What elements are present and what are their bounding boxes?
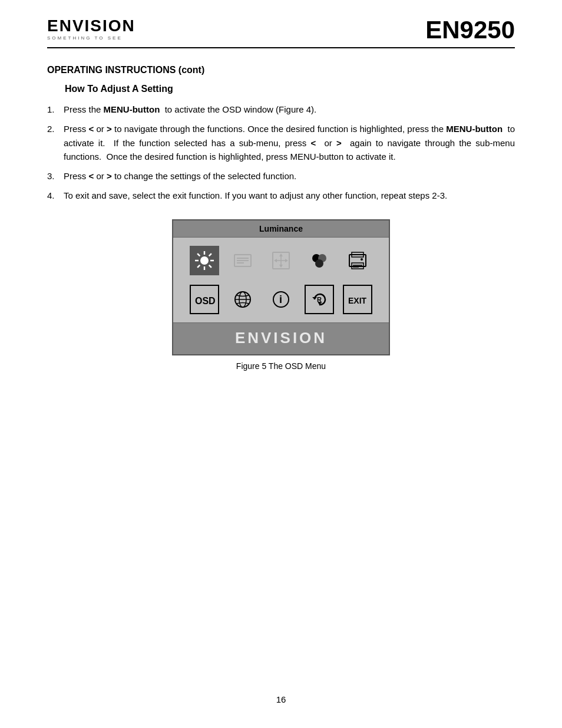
osd-icon-info: i (266, 285, 296, 314)
osd-icons-row1 (173, 238, 389, 281)
svg-line-8 (197, 265, 200, 267)
osd-brand-bar: ENVISION (173, 322, 389, 354)
list-num-2: 2. (47, 122, 64, 136)
svg-marker-35 (312, 297, 317, 299)
instructions-list: 1. Press the MENU-button to activate the… (47, 103, 515, 203)
list-item-2: 2. Press < or > to navigate through the … (47, 122, 515, 163)
list-content-3: Press < or > to change the settings of t… (64, 169, 515, 183)
figure-caption: Figure 5 The OSD Menu (236, 361, 326, 371)
osd-icons-row2: OSD i (173, 281, 389, 322)
list-item-4: 4. To exit and save, select the exit fun… (47, 189, 515, 202)
list-num-4: 4. (47, 189, 64, 202)
svg-line-7 (209, 253, 211, 256)
list-content-1: Press the MENU-button to activate the OS… (64, 103, 515, 116)
osd-icon-reset: R (305, 285, 334, 314)
osd-brand-text: ENVISION (235, 329, 327, 347)
list-num-3: 3. (47, 169, 64, 183)
svg-text:EXIT: EXIT (348, 296, 367, 305)
osd-title-bar: Luminance (173, 220, 389, 238)
osd-icon-color (305, 246, 334, 275)
page: ENVISION SOMETHING TO SEE EN9250 OPERATI… (0, 0, 562, 728)
osd-icon-list (228, 246, 257, 275)
svg-point-0 (200, 256, 209, 265)
page-number: 16 (276, 694, 286, 704)
osd-menu-box: Luminance (172, 219, 390, 355)
list-content-4: To exit and save, select the exit functi… (64, 189, 515, 202)
svg-point-28 (361, 258, 363, 261)
svg-marker-17 (279, 265, 283, 268)
svg-line-6 (209, 265, 211, 267)
svg-marker-19 (285, 259, 288, 262)
model-number: EN9250 (425, 18, 515, 42)
logo-text: ENVISION (47, 18, 135, 34)
list-item-3: 3. Press < or > to change the settings o… (47, 169, 515, 183)
osd-icon-osd: OSD (190, 285, 219, 314)
osd-icon-position (266, 246, 296, 275)
list-num-1: 1. (47, 103, 64, 116)
list-item-1: 1. Press the MENU-button to activate the… (47, 103, 515, 116)
list-content-2: Press < or > to navigate through the fun… (64, 122, 515, 163)
osd-icon-exit: EXIT (343, 285, 372, 314)
section-title: OPERATING INSTRUCTIONS (cont) (47, 65, 515, 75)
osd-icon-brightness (190, 246, 219, 275)
logo-area: ENVISION SOMETHING TO SEE (47, 18, 135, 41)
svg-line-5 (197, 253, 200, 256)
header: ENVISION SOMETHING TO SEE EN9250 (47, 18, 515, 48)
svg-point-22 (315, 259, 323, 268)
svg-text:i: i (279, 294, 282, 305)
svg-marker-18 (274, 259, 277, 262)
osd-icon-globe (228, 285, 257, 314)
logo-subtitle: SOMETHING TO SEE (47, 35, 123, 41)
svg-marker-16 (279, 253, 283, 256)
svg-text:OSD: OSD (195, 296, 215, 306)
osd-figure: Luminance (47, 219, 515, 371)
osd-icon-setup (343, 246, 372, 275)
sub-title: How To Adjust A Setting (65, 84, 515, 94)
